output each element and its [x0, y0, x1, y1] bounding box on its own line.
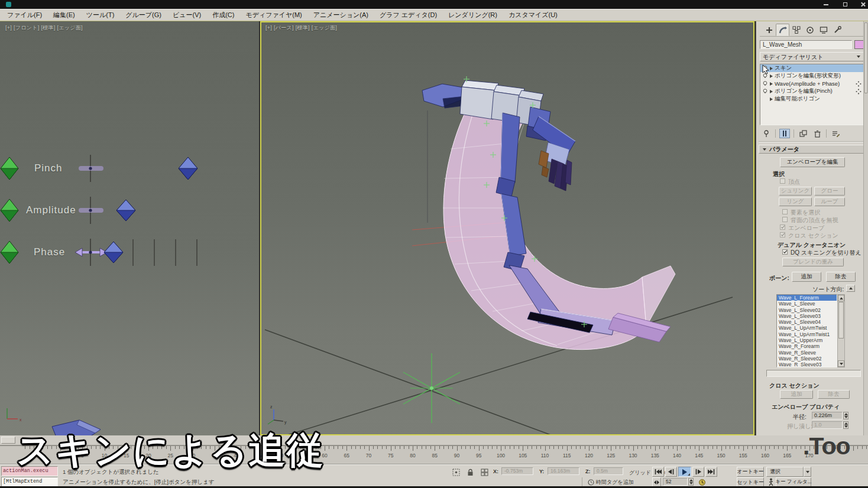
- remove-modifier-icon[interactable]: [812, 129, 822, 138]
- cross-section-add-button[interactable]: 追加: [780, 390, 813, 399]
- envelopes-checkbox[interactable]: [780, 225, 785, 230]
- selection-lock-region-icon[interactable]: [451, 467, 462, 477]
- selection-dropdown-arrow-icon[interactable]: [804, 467, 811, 477]
- bone-list-item[interactable]: Wave_L_UpArmTwist: [777, 325, 837, 331]
- bone-list-item[interactable]: Wave_L_UpperArm: [777, 337, 837, 343]
- x-coord-field[interactable]: -0.753m: [501, 467, 533, 475]
- tab-modify[interactable]: [776, 24, 789, 36]
- sort-direction-button[interactable]: [846, 285, 855, 292]
- shrink-button[interactable]: シュリンク: [779, 187, 812, 196]
- lightbulb-icon[interactable]: [762, 89, 768, 94]
- tab-create[interactable]: [762, 24, 776, 36]
- bone-list[interactable]: Wave_L_ForearmWave_L_SleeveWave_L_Sleeve…: [776, 294, 837, 367]
- menu-item[interactable]: レンダリング(R): [448, 11, 497, 19]
- dq-skinning-checkbox[interactable]: [782, 249, 788, 255]
- frame-spinner[interactable]: [688, 478, 694, 486]
- menu-item[interactable]: アニメーション(A): [313, 11, 368, 19]
- scroll-up-icon[interactable]: [838, 295, 844, 301]
- tab-motion[interactable]: [803, 24, 817, 36]
- modifier-stack-row[interactable]: ポリゴンを編集(Pinch): [760, 87, 863, 95]
- select-element-checkbox[interactable]: [782, 209, 788, 214]
- tab-display[interactable]: [817, 24, 830, 36]
- key-mode-toggle-icon[interactable]: [652, 477, 661, 487]
- bone-list-item[interactable]: Wave_R_Sleeve02: [777, 356, 837, 362]
- snap-grid-icon[interactable]: [479, 467, 490, 477]
- z-coord-field[interactable]: 0.5m: [594, 467, 623, 475]
- bone-list-item[interactable]: Wave_L_UpArmTwist1: [777, 331, 837, 337]
- expand-arrow-icon[interactable]: [770, 97, 773, 101]
- scroll-down-icon[interactable]: [838, 360, 844, 367]
- minimize-button[interactable]: [818, 0, 834, 9]
- maximize-button[interactable]: [837, 0, 853, 9]
- bone-list-item[interactable]: Wave_R_Forearm: [777, 343, 837, 349]
- object-color-swatch[interactable]: [854, 40, 864, 49]
- time-configuration-icon[interactable]: [697, 477, 708, 487]
- bone-list-item[interactable]: Wave_L_Forearm: [777, 295, 837, 301]
- bone-list-item[interactable]: Wave_L_Sleeve02: [777, 307, 837, 313]
- bone-list-item[interactable]: Wave_L_Sleeve: [777, 301, 837, 307]
- modifier-stack[interactable]: スキン ポリゴンを編集(形状変形) Wave(Amplitude + P: [760, 64, 864, 125]
- blend-weights-button[interactable]: ブレンドの重み: [782, 258, 844, 266]
- bone-list-item[interactable]: Wave_R_Sleeve03: [777, 362, 837, 367]
- chevron-down-icon[interactable]: [855, 54, 862, 60]
- expand-arrow-icon[interactable]: [770, 90, 773, 93]
- menu-item[interactable]: 編集(E): [53, 11, 75, 19]
- bone-list-item[interactable]: Wave_R_Sleeve: [777, 350, 837, 356]
- pin-stack-icon[interactable]: [761, 129, 772, 138]
- configure-modifier-sets-icon[interactable]: [830, 129, 841, 138]
- next-frame-button[interactable]: [692, 467, 704, 477]
- backface-checkbox[interactable]: [782, 217, 788, 222]
- bones-remove-button[interactable]: 除去: [826, 272, 856, 282]
- radius-field[interactable]: 0.226m: [812, 412, 843, 419]
- menu-item[interactable]: ツール(T): [86, 11, 115, 19]
- grow-button[interactable]: グロー: [814, 187, 845, 196]
- radius-spinner[interactable]: [843, 412, 848, 419]
- lock-icon[interactable]: [465, 467, 476, 477]
- parameters-rollout-header[interactable]: パラメータ: [759, 145, 865, 154]
- viewport-persp-label[interactable]: [+] [パース] [標準] [エッジ面]: [265, 24, 337, 32]
- tab-utilities[interactable]: [830, 24, 844, 36]
- squash-field[interactable]: 1.0: [812, 421, 843, 429]
- walkthrough-icon[interactable]: [765, 477, 776, 487]
- viewport-front[interactable]: [+] [フロント] [標準] [エッジ面] Pinch Amplitude P…: [0, 21, 259, 435]
- cross-section-remove-button[interactable]: 除去: [818, 390, 850, 399]
- menu-item[interactable]: ファイル(F): [7, 11, 42, 19]
- squash-spinner[interactable]: [843, 421, 848, 429]
- cross-sections-checkbox[interactable]: [780, 232, 785, 238]
- modifier-stack-row[interactable]: ポリゴンを編集(形状変形): [760, 72, 863, 80]
- loop-button[interactable]: ループ: [814, 197, 845, 206]
- menu-item[interactable]: グループ(G): [125, 11, 161, 19]
- modifier-stack-row[interactable]: Wave(Amplitude + Phase): [760, 80, 863, 87]
- object-name-field[interactable]: L_Wave_Mesh: [760, 40, 852, 49]
- menu-item[interactable]: カスタマイズ(U): [509, 11, 558, 19]
- set-key-button[interactable]: セットキー: [737, 477, 764, 487]
- bone-list-item[interactable]: Wave_L_Sleeve04: [777, 319, 837, 325]
- viewport-perspective[interactable]: [+] [パース] [標準] [エッジ面]: [260, 21, 754, 435]
- ring-button[interactable]: リング: [779, 197, 812, 206]
- menu-item[interactable]: ビュー(V): [173, 11, 201, 19]
- menu-item[interactable]: モディファイヤ(M): [245, 11, 302, 19]
- modifier-list-dropdown[interactable]: モディファイヤリスト: [760, 52, 864, 61]
- make-unique-icon[interactable]: [798, 129, 808, 138]
- key-filters-button[interactable]: キー フィルタ...: [776, 477, 811, 487]
- modifier-stack-row[interactable]: スキン: [760, 64, 863, 72]
- y-coord-field[interactable]: 16.163m: [548, 467, 579, 475]
- maxscript-listener-line2[interactable]: [MtlMapExtend: [1, 477, 58, 487]
- edit-envelopes-button[interactable]: エンベロープを編集: [780, 157, 845, 167]
- bone-list-item[interactable]: Wave_L_Sleeve03: [777, 313, 837, 319]
- bone-name-field[interactable]: [766, 370, 861, 377]
- panel-scrollbar-thumb[interactable]: [864, 22, 867, 93]
- modifier-stack-row[interactable]: 編集可能ポリゴン: [760, 95, 863, 103]
- go-to-end-button[interactable]: [705, 467, 717, 477]
- bones-add-button[interactable]: 追加: [792, 272, 821, 282]
- go-to-start-button[interactable]: [652, 467, 664, 477]
- panel-scrollbar[interactable]: [863, 21, 868, 435]
- tab-hierarchy[interactable]: [789, 24, 803, 36]
- selection-set-dropdown[interactable]: 選択: [766, 467, 804, 477]
- previous-frame-button[interactable]: [665, 467, 677, 477]
- auto-key-button[interactable]: オートキー: [737, 467, 764, 477]
- menu-item[interactable]: 作成(C): [212, 11, 234, 19]
- expand-arrow-icon[interactable]: [770, 82, 773, 86]
- add-time-tag[interactable]: 時間タグを追加: [596, 479, 634, 486]
- close-button[interactable]: [855, 0, 868, 9]
